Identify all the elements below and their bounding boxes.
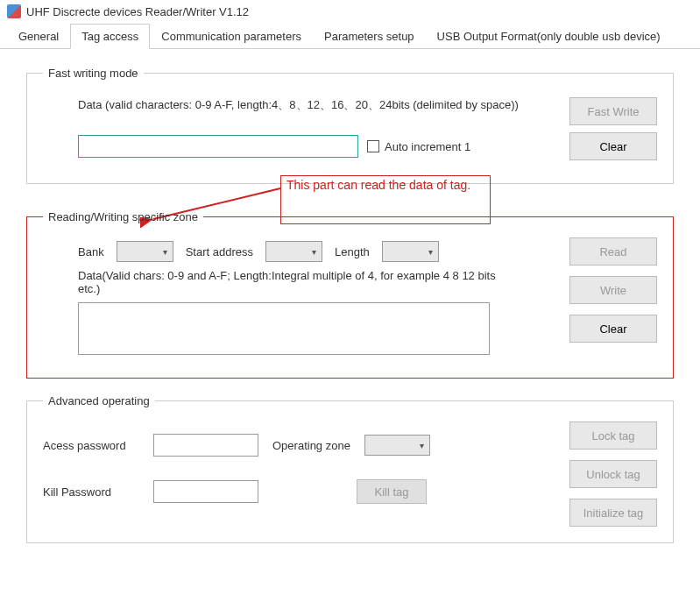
- legend-rw-zone: Reading/Writing specific zone: [43, 210, 203, 223]
- auto-increment-checkbox[interactable]: [367, 140, 379, 152]
- initialize-tag-button[interactable]: Initialize tag: [569, 499, 657, 527]
- bank-select[interactable]: ▾: [117, 241, 173, 262]
- lock-tag-button[interactable]: Lock tag: [569, 421, 657, 450]
- rw-clear-button[interactable]: Clear: [569, 315, 657, 343]
- group-fast-writing: Fast writing mode Data (valid characters…: [26, 67, 674, 184]
- bank-label: Bank: [78, 245, 104, 258]
- length-select[interactable]: ▾: [382, 241, 439, 262]
- window-title: UHF Discrecte devices Reader/Writer V1.1…: [26, 5, 249, 18]
- chevron-down-icon: ▾: [420, 441, 424, 450]
- access-password-label: Acess password: [43, 439, 139, 452]
- group-advanced: Advanced operating Acess password Operat…: [26, 394, 674, 543]
- rw-data-textarea[interactable]: [78, 302, 490, 355]
- tab-communication[interactable]: Communication parameters: [150, 24, 313, 49]
- chevron-down-icon: ▾: [312, 247, 316, 257]
- kill-password-label: Kill Password: [43, 485, 139, 499]
- read-button[interactable]: Read: [569, 237, 657, 266]
- annotation-text: This part can read the data of tag.: [286, 178, 470, 192]
- tab-general[interactable]: General: [7, 24, 70, 49]
- operating-zone-label: Operating zone: [272, 439, 350, 452]
- start-address-label: Start address: [186, 245, 253, 258]
- tab-tag-access[interactable]: Tag access: [70, 24, 150, 49]
- kill-password-input[interactable]: [153, 480, 258, 503]
- length-label: Length: [335, 245, 370, 258]
- fast-data-label: Data (valid characters: 0-9 A-F, length:…: [78, 97, 561, 113]
- group-rw-zone: Reading/Writing specific zone Bank ▾ Sta…: [26, 210, 674, 379]
- access-password-input[interactable]: [153, 434, 258, 457]
- rw-data-hint: Data(Valid chars: 0-9 and A-F; Length:In…: [78, 269, 498, 295]
- unlock-tag-button[interactable]: Unlock tag: [569, 460, 657, 488]
- auto-increment-checkbox-wrap[interactable]: Auto increment 1: [367, 140, 470, 153]
- tab-strip: General Tag access Communication paramet…: [0, 23, 700, 49]
- kill-tag-button[interactable]: Kill tag: [357, 479, 427, 504]
- app-icon: [7, 4, 21, 18]
- tab-content: Fast writing mode Data (valid characters…: [0, 49, 700, 577]
- tab-parameters[interactable]: Parameters setup: [313, 24, 426, 49]
- chevron-down-icon: ▾: [428, 247, 433, 257]
- fast-write-button[interactable]: Fast Write: [569, 97, 657, 125]
- start-address-select[interactable]: ▾: [265, 241, 322, 262]
- fast-clear-button[interactable]: Clear: [569, 132, 657, 160]
- legend-fast-writing: Fast writing mode: [43, 67, 144, 80]
- fast-data-input[interactable]: [78, 135, 358, 158]
- write-button[interactable]: Write: [569, 276, 657, 304]
- operating-zone-select[interactable]: ▾: [364, 435, 430, 456]
- chevron-down-icon: ▾: [163, 247, 167, 257]
- tab-usb-output[interactable]: USB Output Format(only double usb device…: [426, 24, 672, 49]
- auto-increment-label: Auto increment 1: [385, 140, 470, 153]
- legend-advanced: Advanced operating: [43, 394, 155, 407]
- title-bar: UHF Discrecte devices Reader/Writer V1.1…: [0, 0, 700, 23]
